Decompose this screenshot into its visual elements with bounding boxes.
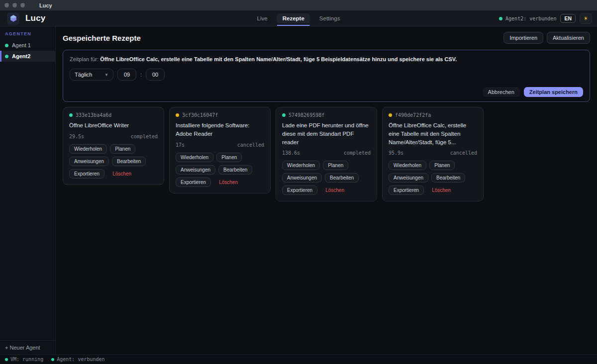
recipe-title: Öffne LibreOffice Calc, erstelle eine Ta… <box>389 121 477 146</box>
tab-live[interactable]: Live <box>251 13 274 23</box>
plan-button[interactable]: Planen <box>110 144 135 154</box>
theme-toggle-button[interactable]: ☀ <box>580 13 592 24</box>
edit-button[interactable]: Bearbeiten <box>325 173 359 182</box>
hour-input[interactable] <box>117 69 136 81</box>
vm-status-dot <box>5 358 8 361</box>
recipe-title: Installiere folgende Software: Adobe Rea… <box>176 121 264 138</box>
agent-status-label: Agent: verbunden <box>57 357 104 362</box>
refresh-button[interactable]: Aktualisieren <box>547 32 590 44</box>
app-header: Lucy Live Rezepte Settings Agent2: verbu… <box>0 11 597 26</box>
window-minimize-button[interactable] <box>12 3 17 7</box>
frequency-select[interactable]: Täglich ▼ <box>70 69 113 81</box>
instructions-button[interactable]: Anweisungen <box>69 157 109 166</box>
delete-button[interactable]: Löschen <box>427 185 456 195</box>
recipe-status-dot <box>176 113 179 117</box>
recipe-duration: 95.9s <box>389 150 403 156</box>
schedule-panel: Zeitplan für: Öffne LibreOffice Calc, er… <box>63 50 590 102</box>
edit-button[interactable]: Bearbeiten <box>112 157 146 166</box>
delete-button[interactable]: Löschen <box>107 169 136 179</box>
main-nav: Live Rezepte Settings <box>251 11 346 26</box>
repeat-button[interactable]: Wiederholen <box>69 144 107 154</box>
save-schedule-button[interactable]: Zeitplan speichern <box>524 87 583 97</box>
status-bar: VM: running Agent: verbunden <box>0 355 597 364</box>
window-titlebar: Lucy <box>0 0 597 11</box>
vm-status-label: VM: running <box>10 357 43 362</box>
recipe-status-dot <box>282 113 286 117</box>
plan-button[interactable]: Planen <box>216 153 242 162</box>
schedule-description: Zeitplan für: Öffne LibreOffice Calc, er… <box>70 56 583 63</box>
recipe-status-dot <box>69 113 73 117</box>
window-close-button[interactable] <box>4 3 9 7</box>
page-title: Gespeicherte Rezepte <box>63 34 141 42</box>
recipe-status: cancelled <box>450 150 477 156</box>
recipe-duration: 138.6s <box>282 150 300 156</box>
header-right-controls: Agent2: verbunden EN ☀ <box>499 13 597 24</box>
recipe-card: 333e13ba4a6d Öffne LibreOffice Writer 29… <box>63 107 164 185</box>
language-button[interactable]: EN <box>560 14 576 23</box>
export-button[interactable]: Exportieren <box>389 185 424 195</box>
import-button[interactable]: Importieren <box>503 32 543 44</box>
plan-button[interactable]: Planen <box>429 161 455 170</box>
recipe-duration: 29.5s <box>69 134 84 139</box>
sidebar-section-label: AGENTEN <box>0 26 55 40</box>
repeat-button[interactable]: Wiederholen <box>282 161 320 170</box>
window-maximize-button[interactable] <box>20 3 25 7</box>
recipe-status: completed <box>344 150 371 156</box>
export-button[interactable]: Exportieren <box>282 185 317 195</box>
edit-button[interactable]: Bearbeiten <box>218 165 252 175</box>
frequency-value: Täglich <box>75 72 92 78</box>
recipe-card-list: 333e13ba4a6d Öffne LibreOffice Writer 29… <box>63 107 590 201</box>
recipe-card: f490de72f2fa Öffne LibreOffice Calc, ers… <box>382 107 484 201</box>
schedule-recipe-text: Öffne LibreOffice Calc, erstelle eine Ta… <box>100 56 457 62</box>
cancel-schedule-button[interactable]: Abbrechen <box>483 87 520 97</box>
plan-button[interactable]: Planen <box>323 161 348 170</box>
recipe-id: 333e13ba4a6d <box>76 112 111 118</box>
agent-status-dot <box>51 358 54 361</box>
recipe-title: Lade eine PDF herunter und öffne diese m… <box>282 121 371 146</box>
main-content: Gespeicherte Rezepte Importieren Aktuali… <box>56 26 597 355</box>
instructions-button[interactable]: Anweisungen <box>282 173 322 182</box>
recipe-card: 3cf30c16047f Installiere folgende Softwa… <box>169 107 271 193</box>
export-button[interactable]: Exportieren <box>176 178 211 187</box>
chevron-down-icon: ▼ <box>104 73 108 77</box>
lucy-cube-icon <box>9 14 17 22</box>
repeat-button[interactable]: Wiederholen <box>389 161 426 170</box>
recipe-card: 57498269598f Lade eine PDF herunter und … <box>276 107 377 201</box>
sidebar: AGENTEN Agent 1 Agent2 + Neuer Agent <box>0 26 56 355</box>
sidebar-item-agent1[interactable]: Agent 1 <box>0 40 55 51</box>
recipe-duration: 17s <box>176 142 185 148</box>
recipe-title: Öffne LibreOffice Writer <box>69 121 158 130</box>
delete-button[interactable]: Löschen <box>214 178 243 187</box>
edit-button[interactable]: Bearbeiten <box>431 173 465 182</box>
window-title: Lucy <box>39 2 52 8</box>
sidebar-item-agent2[interactable]: Agent2 <box>0 51 55 62</box>
repeat-button[interactable]: Wiederholen <box>176 153 213 162</box>
agent-connection-status: Agent2: verbunden <box>499 16 556 21</box>
instructions-button[interactable]: Anweisungen <box>176 165 215 175</box>
new-agent-button[interactable]: + Neuer Agent <box>0 340 55 355</box>
minute-input[interactable] <box>146 69 165 81</box>
agent-connection-label: Agent2: verbunden <box>505 16 556 21</box>
app-title: Lucy <box>25 13 45 23</box>
vm-status: VM: running <box>5 357 43 362</box>
recipe-id: 3cf30c16047f <box>182 112 218 118</box>
time-separator: : <box>140 72 142 78</box>
agent1-status-dot <box>5 44 8 47</box>
tab-settings[interactable]: Settings <box>313 13 346 23</box>
agent-status: Agent: verbunden <box>51 357 104 362</box>
tab-rezepte[interactable]: Rezepte <box>277 13 310 23</box>
agent2-status-dot <box>5 55 8 58</box>
recipe-id: 57498269598f <box>289 112 324 118</box>
recipe-id: f490de72f2fa <box>395 112 431 118</box>
agent2-label: Agent2 <box>12 53 30 59</box>
recipe-status: completed <box>131 134 158 139</box>
schedule-label-prefix: Zeitplan für: <box>70 56 100 62</box>
recipe-status-dot <box>389 113 392 117</box>
sun-icon: ☀ <box>584 15 589 22</box>
export-button[interactable]: Exportieren <box>69 169 104 179</box>
instructions-button[interactable]: Anweisungen <box>389 173 428 182</box>
agent1-label: Agent 1 <box>12 42 31 48</box>
delete-button[interactable]: Löschen <box>320 185 349 195</box>
connection-status-dot <box>499 17 502 20</box>
recipe-status: cancelled <box>237 142 264 148</box>
